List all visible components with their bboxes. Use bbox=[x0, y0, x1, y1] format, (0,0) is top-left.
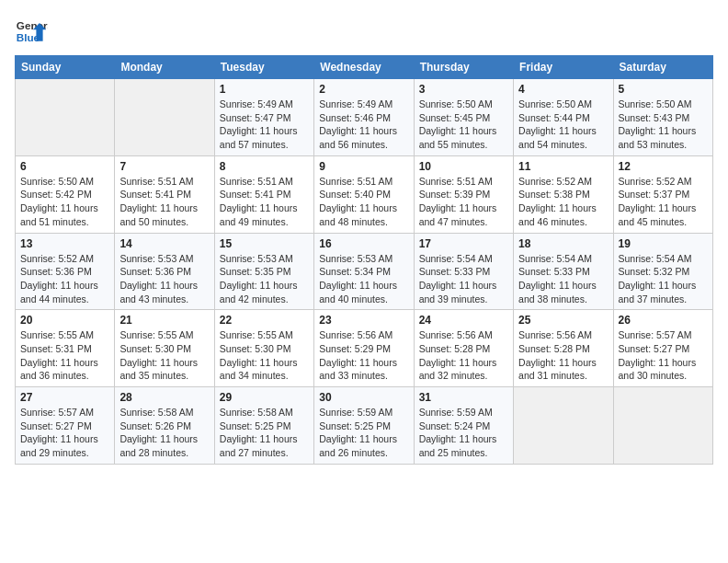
calendar-cell: 6Sunrise: 5:50 AMSunset: 5:42 PMDaylight… bbox=[16, 155, 115, 233]
page-header: General Blue bbox=[15, 15, 713, 48]
calendar-cell: 23Sunrise: 5:56 AMSunset: 5:29 PMDayligh… bbox=[314, 310, 414, 387]
calendar-cell: 16Sunrise: 5:53 AMSunset: 5:34 PMDayligh… bbox=[314, 233, 414, 310]
day-detail: Sunrise: 5:53 AMSunset: 5:36 PMDaylight:… bbox=[119, 252, 209, 306]
day-number: 14 bbox=[119, 237, 209, 250]
day-detail: Sunrise: 5:50 AMSunset: 5:44 PMDaylight:… bbox=[518, 98, 608, 152]
logo: General Blue bbox=[15, 15, 48, 48]
day-detail: Sunrise: 5:55 AMSunset: 5:31 PMDaylight:… bbox=[20, 328, 109, 383]
col-header-saturday: Saturday bbox=[613, 56, 712, 79]
day-detail: Sunrise: 5:55 AMSunset: 5:30 PMDaylight:… bbox=[119, 328, 209, 383]
day-number: 20 bbox=[20, 314, 109, 327]
day-detail: Sunrise: 5:59 AMSunset: 5:25 PMDaylight:… bbox=[319, 406, 408, 460]
calendar-cell: 3Sunrise: 5:50 AMSunset: 5:45 PMDaylight… bbox=[414, 79, 513, 156]
col-header-wednesday: Wednesday bbox=[314, 56, 414, 79]
day-detail: Sunrise: 5:53 AMSunset: 5:34 PMDaylight:… bbox=[319, 252, 408, 306]
col-header-monday: Monday bbox=[115, 56, 214, 79]
day-detail: Sunrise: 5:54 AMSunset: 5:33 PMDaylight:… bbox=[518, 252, 608, 306]
day-number: 26 bbox=[619, 314, 708, 327]
day-detail: Sunrise: 5:54 AMSunset: 5:32 PMDaylight:… bbox=[619, 252, 708, 306]
day-number: 4 bbox=[518, 83, 608, 96]
calendar-cell: 15Sunrise: 5:53 AMSunset: 5:35 PMDayligh… bbox=[214, 233, 313, 310]
day-number: 30 bbox=[319, 391, 408, 404]
calendar-cell: 21Sunrise: 5:55 AMSunset: 5:30 PMDayligh… bbox=[115, 310, 214, 387]
calendar-cell: 1Sunrise: 5:49 AMSunset: 5:47 PMDaylight… bbox=[214, 79, 313, 156]
day-number: 17 bbox=[419, 237, 508, 250]
calendar-cell: 20Sunrise: 5:55 AMSunset: 5:31 PMDayligh… bbox=[16, 310, 115, 387]
day-number: 3 bbox=[419, 83, 508, 96]
day-detail: Sunrise: 5:49 AMSunset: 5:47 PMDaylight:… bbox=[220, 98, 309, 152]
day-detail: Sunrise: 5:56 AMSunset: 5:29 PMDaylight:… bbox=[319, 328, 408, 383]
calendar-cell: 29Sunrise: 5:58 AMSunset: 5:25 PMDayligh… bbox=[214, 387, 313, 465]
day-detail: Sunrise: 5:52 AMSunset: 5:37 PMDaylight:… bbox=[619, 175, 708, 229]
day-number: 9 bbox=[319, 160, 408, 173]
calendar-cell: 2Sunrise: 5:49 AMSunset: 5:46 PMDaylight… bbox=[314, 79, 414, 156]
col-header-sunday: Sunday bbox=[16, 56, 115, 79]
day-number: 25 bbox=[518, 314, 608, 327]
day-detail: Sunrise: 5:55 AMSunset: 5:30 PMDaylight:… bbox=[220, 328, 309, 383]
day-number: 2 bbox=[319, 83, 408, 96]
day-number: 10 bbox=[419, 160, 508, 173]
calendar-cell bbox=[514, 387, 613, 465]
day-detail: Sunrise: 5:59 AMSunset: 5:24 PMDaylight:… bbox=[419, 406, 508, 460]
calendar-cell: 17Sunrise: 5:54 AMSunset: 5:33 PMDayligh… bbox=[414, 233, 513, 310]
day-number: 28 bbox=[119, 391, 209, 404]
day-number: 12 bbox=[619, 160, 708, 173]
calendar-cell bbox=[16, 79, 115, 156]
day-detail: Sunrise: 5:50 AMSunset: 5:43 PMDaylight:… bbox=[619, 98, 708, 152]
calendar-cell: 22Sunrise: 5:55 AMSunset: 5:30 PMDayligh… bbox=[214, 310, 313, 387]
day-number: 24 bbox=[419, 314, 508, 327]
calendar-cell: 25Sunrise: 5:56 AMSunset: 5:28 PMDayligh… bbox=[514, 310, 613, 387]
col-header-thursday: Thursday bbox=[414, 56, 513, 79]
calendar-cell: 8Sunrise: 5:51 AMSunset: 5:41 PMDaylight… bbox=[214, 155, 313, 233]
day-detail: Sunrise: 5:56 AMSunset: 5:28 PMDaylight:… bbox=[518, 328, 608, 383]
day-detail: Sunrise: 5:51 AMSunset: 5:39 PMDaylight:… bbox=[419, 175, 508, 229]
day-number: 19 bbox=[619, 237, 708, 250]
col-header-friday: Friday bbox=[514, 56, 613, 79]
day-detail: Sunrise: 5:49 AMSunset: 5:46 PMDaylight:… bbox=[319, 98, 408, 152]
calendar-cell: 28Sunrise: 5:58 AMSunset: 5:26 PMDayligh… bbox=[115, 387, 214, 465]
day-detail: Sunrise: 5:51 AMSunset: 5:41 PMDaylight:… bbox=[220, 175, 309, 229]
day-detail: Sunrise: 5:53 AMSunset: 5:35 PMDaylight:… bbox=[220, 252, 309, 306]
day-detail: Sunrise: 5:50 AMSunset: 5:42 PMDaylight:… bbox=[20, 175, 109, 229]
calendar-cell: 11Sunrise: 5:52 AMSunset: 5:38 PMDayligh… bbox=[514, 155, 613, 233]
col-header-tuesday: Tuesday bbox=[214, 56, 313, 79]
day-detail: Sunrise: 5:58 AMSunset: 5:26 PMDaylight:… bbox=[119, 406, 209, 460]
calendar-cell: 12Sunrise: 5:52 AMSunset: 5:37 PMDayligh… bbox=[613, 155, 712, 233]
day-detail: Sunrise: 5:58 AMSunset: 5:25 PMDaylight:… bbox=[220, 406, 309, 460]
logo-icon: General Blue bbox=[15, 15, 48, 48]
day-detail: Sunrise: 5:57 AMSunset: 5:27 PMDaylight:… bbox=[20, 406, 109, 460]
calendar-cell: 30Sunrise: 5:59 AMSunset: 5:25 PMDayligh… bbox=[314, 387, 414, 465]
calendar-cell: 9Sunrise: 5:51 AMSunset: 5:40 PMDaylight… bbox=[314, 155, 414, 233]
day-number: 16 bbox=[319, 237, 408, 250]
calendar-cell: 13Sunrise: 5:52 AMSunset: 5:36 PMDayligh… bbox=[16, 233, 115, 310]
day-number: 5 bbox=[619, 83, 708, 96]
day-number: 13 bbox=[20, 237, 109, 250]
calendar-cell: 26Sunrise: 5:57 AMSunset: 5:27 PMDayligh… bbox=[613, 310, 712, 387]
calendar-cell: 19Sunrise: 5:54 AMSunset: 5:32 PMDayligh… bbox=[613, 233, 712, 310]
day-detail: Sunrise: 5:56 AMSunset: 5:28 PMDaylight:… bbox=[419, 328, 508, 383]
day-number: 18 bbox=[518, 237, 608, 250]
day-detail: Sunrise: 5:54 AMSunset: 5:33 PMDaylight:… bbox=[419, 252, 508, 306]
calendar-cell: 18Sunrise: 5:54 AMSunset: 5:33 PMDayligh… bbox=[514, 233, 613, 310]
day-number: 1 bbox=[220, 83, 309, 96]
day-number: 15 bbox=[220, 237, 309, 250]
calendar-cell: 31Sunrise: 5:59 AMSunset: 5:24 PMDayligh… bbox=[414, 387, 513, 465]
day-number: 23 bbox=[319, 314, 408, 327]
day-number: 11 bbox=[518, 160, 608, 173]
calendar-cell: 27Sunrise: 5:57 AMSunset: 5:27 PMDayligh… bbox=[16, 387, 115, 465]
calendar-table: SundayMondayTuesdayWednesdayThursdayFrid… bbox=[15, 55, 713, 465]
day-detail: Sunrise: 5:51 AMSunset: 5:41 PMDaylight:… bbox=[119, 175, 209, 229]
day-detail: Sunrise: 5:57 AMSunset: 5:27 PMDaylight:… bbox=[619, 328, 708, 383]
day-detail: Sunrise: 5:52 AMSunset: 5:38 PMDaylight:… bbox=[518, 175, 608, 229]
calendar-cell: 24Sunrise: 5:56 AMSunset: 5:28 PMDayligh… bbox=[414, 310, 513, 387]
calendar-cell bbox=[613, 387, 712, 465]
calendar-cell: 10Sunrise: 5:51 AMSunset: 5:39 PMDayligh… bbox=[414, 155, 513, 233]
day-detail: Sunrise: 5:51 AMSunset: 5:40 PMDaylight:… bbox=[319, 175, 408, 229]
day-number: 7 bbox=[119, 160, 209, 173]
calendar-cell: 14Sunrise: 5:53 AMSunset: 5:36 PMDayligh… bbox=[115, 233, 214, 310]
day-number: 22 bbox=[220, 314, 309, 327]
day-number: 31 bbox=[419, 391, 508, 404]
calendar-cell: 4Sunrise: 5:50 AMSunset: 5:44 PMDaylight… bbox=[514, 79, 613, 156]
calendar-cell: 7Sunrise: 5:51 AMSunset: 5:41 PMDaylight… bbox=[115, 155, 214, 233]
day-number: 29 bbox=[220, 391, 309, 404]
